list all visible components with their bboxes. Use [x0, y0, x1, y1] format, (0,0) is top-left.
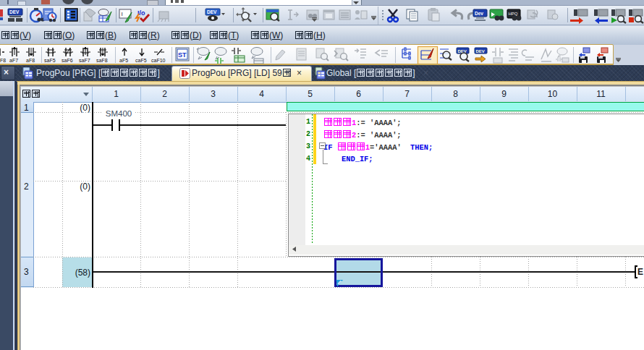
- svg-text:caF10: caF10: [151, 58, 166, 63]
- svg-text:saF6: saF6: [62, 58, 73, 63]
- svg-text:DEV: DEV: [207, 9, 217, 14]
- svg-text:saF7: saF7: [79, 58, 90, 63]
- svg-text:HPQ: HPQ: [509, 12, 518, 16]
- svg-text:DEV: DEV: [476, 49, 485, 54]
- svg-text:I: I: [122, 11, 123, 17]
- svg-text:saF8: saF8: [96, 58, 108, 63]
- svg-text:caF5: caF5: [135, 58, 147, 63]
- svg-text:ST: ST: [178, 51, 187, 59]
- svg-text:I/o: I/o: [137, 9, 145, 17]
- svg-text:Dev: Dev: [475, 11, 483, 16]
- svg-text:F8: F8: [0, 58, 6, 63]
- svg-text:aF5: aF5: [119, 58, 128, 63]
- svg-text:DEV: DEV: [9, 9, 20, 14]
- svg-text:saF5: saF5: [44, 58, 56, 63]
- svg-text:aF8: aF8: [26, 58, 35, 63]
- svg-text:aF7: aF7: [9, 58, 18, 63]
